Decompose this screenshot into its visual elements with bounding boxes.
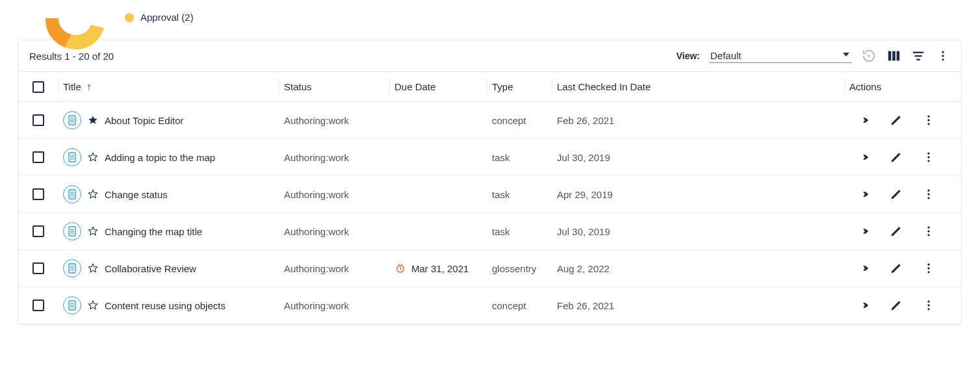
row-more-icon[interactable] (921, 149, 936, 165)
document-icon (63, 222, 81, 240)
document-icon (63, 259, 81, 277)
row-more-icon[interactable] (921, 112, 936, 128)
legend-label-approval: Approval (2) (140, 12, 194, 23)
row-status: Authoring:work (279, 300, 389, 311)
select-all-checkbox[interactable] (32, 81, 44, 93)
svg-rect-5 (915, 55, 922, 57)
table-row: About Topic Editor Authoring:work concep… (19, 102, 961, 139)
row-checkbox[interactable] (32, 151, 44, 163)
svg-point-0 (868, 55, 870, 57)
row-type: task (487, 226, 552, 237)
row-status: Authoring:work (279, 115, 389, 126)
filter-icon[interactable] (910, 48, 926, 64)
row-status: Authoring:work (279, 152, 389, 163)
col-title-label: Title (63, 81, 81, 92)
star-outline-icon[interactable] (88, 263, 98, 274)
row-title[interactable]: Changing the map title (105, 226, 202, 237)
row-checkbox[interactable] (32, 114, 44, 126)
row-type: task (487, 152, 552, 163)
row-checkbox[interactable] (32, 188, 44, 200)
star-outline-icon[interactable] (88, 189, 98, 199)
goto-action-icon[interactable] (856, 261, 871, 276)
table-row: Content reuse using objects Authoring:wo… (19, 287, 961, 324)
col-title[interactable]: Title ↑ (58, 81, 279, 93)
svg-rect-4 (913, 52, 924, 53)
row-last-checked: Feb 26, 2021 (552, 300, 844, 311)
row-title[interactable]: Adding a topic to the map (105, 152, 215, 163)
row-title[interactable]: Content reuse using objects (105, 300, 226, 311)
row-checkbox[interactable] (32, 299, 44, 311)
row-last-checked: Jul 30, 2019 (552, 226, 844, 237)
row-checkbox[interactable] (32, 262, 44, 274)
view-label: View: (677, 51, 700, 61)
edit-action-icon[interactable] (888, 149, 904, 165)
row-status: Authoring:work (279, 263, 389, 274)
row-status: Authoring:work (279, 226, 389, 237)
chart-fragment (39, 12, 110, 51)
col-actions: Actions (844, 81, 955, 92)
document-icon (63, 185, 81, 203)
row-more-icon[interactable] (921, 261, 936, 276)
row-due-date: Mar 31, 2021 (389, 262, 487, 274)
row-title[interactable]: Collaborative Review (105, 263, 196, 274)
row-type: concept (487, 300, 552, 311)
table-header: Title ↑ Status Due Date Type Last Checke… (19, 72, 961, 102)
star-outline-icon[interactable] (88, 300, 98, 311)
table-row: Collaborative Review Authoring:work Mar … (19, 250, 961, 287)
row-last-checked: Apr 29, 2019 (552, 189, 844, 200)
goto-action-icon[interactable] (856, 186, 871, 202)
svg-rect-2 (892, 51, 896, 61)
svg-point-8 (942, 55, 944, 57)
table-row: Adding a topic to the map Authoring:work… (19, 139, 961, 176)
col-type[interactable]: Type (487, 81, 552, 92)
col-due-date[interactable]: Due Date (389, 81, 487, 92)
table-row: Change status Authoring:work task Apr 29… (19, 176, 961, 213)
row-type: task (487, 189, 552, 200)
document-icon (63, 296, 81, 314)
legend-dot-approval (125, 13, 134, 22)
row-type: glossentry (487, 263, 552, 274)
row-status: Authoring:work (279, 189, 389, 200)
star-filled-icon[interactable] (88, 115, 98, 125)
col-status[interactable]: Status (279, 81, 389, 92)
edit-action-icon[interactable] (888, 298, 904, 313)
svg-point-9 (942, 58, 944, 60)
col-last-checked[interactable]: Last Checked In Date (552, 81, 844, 92)
goto-action-icon[interactable] (856, 149, 871, 165)
edit-action-icon[interactable] (888, 112, 904, 128)
document-icon (63, 111, 81, 129)
alarm-icon (394, 262, 406, 274)
row-last-checked: Feb 26, 2021 (552, 115, 844, 126)
svg-rect-3 (897, 51, 900, 61)
goto-action-icon[interactable] (856, 112, 871, 128)
document-icon (63, 148, 81, 166)
row-last-checked: Jul 30, 2019 (552, 152, 844, 163)
row-more-icon[interactable] (921, 223, 936, 239)
row-more-icon[interactable] (921, 298, 936, 313)
edit-action-icon[interactable] (888, 223, 904, 239)
star-outline-icon[interactable] (88, 226, 98, 236)
refresh-icon[interactable] (861, 48, 877, 64)
svg-point-7 (942, 51, 944, 53)
row-type: concept (487, 115, 552, 126)
goto-action-icon[interactable] (856, 223, 871, 239)
svg-rect-6 (916, 59, 920, 60)
table-row: Changing the map title Authoring:work ta… (19, 213, 961, 250)
view-select[interactable] (709, 49, 852, 63)
columns-icon[interactable] (886, 48, 901, 64)
edit-action-icon[interactable] (888, 186, 904, 202)
more-icon[interactable] (935, 48, 951, 64)
row-title[interactable]: About Topic Editor (105, 115, 183, 126)
row-last-checked: Aug 2, 2022 (552, 263, 844, 274)
svg-rect-1 (888, 51, 892, 61)
row-title[interactable]: Change status (105, 189, 168, 200)
results-panel: Results 1 - 20 of 20 View: (18, 40, 962, 325)
row-checkbox[interactable] (32, 225, 44, 237)
row-more-icon[interactable] (921, 186, 936, 202)
edit-action-icon[interactable] (888, 261, 904, 276)
results-count: Results 1 - 20 of 20 (29, 51, 114, 62)
sort-asc-icon: ↑ (86, 81, 92, 93)
star-outline-icon[interactable] (88, 152, 98, 162)
goto-action-icon[interactable] (856, 298, 871, 313)
